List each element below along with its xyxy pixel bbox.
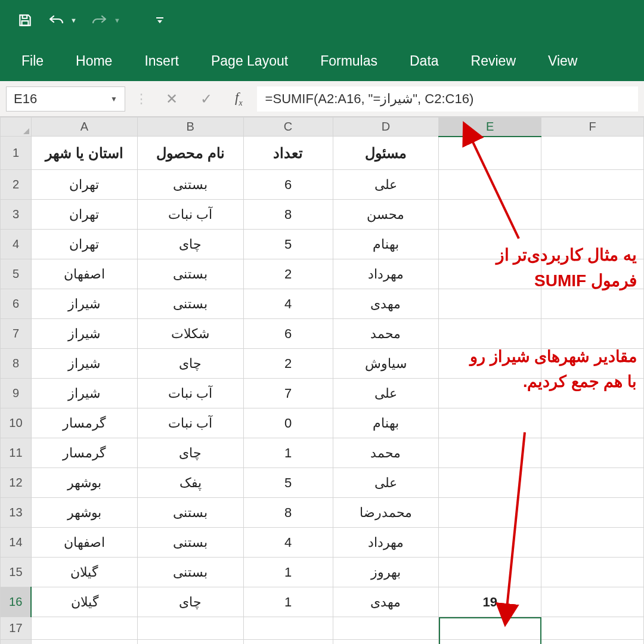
svg-line-5 xyxy=(507,432,525,608)
annotation-arrow-2 xyxy=(0,0,644,644)
